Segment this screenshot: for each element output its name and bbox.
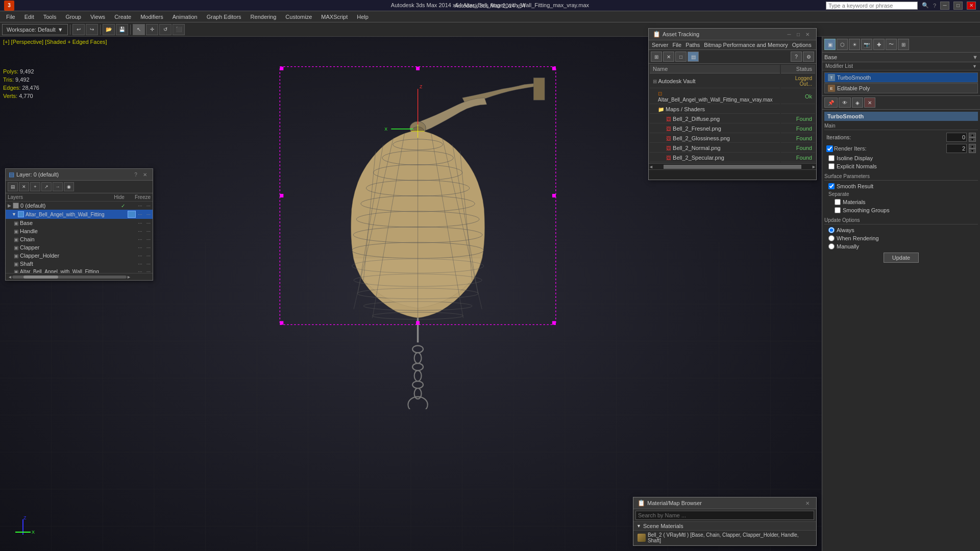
smoothing-groups-checkbox[interactable]: [835, 207, 841, 213]
asset-scroll-left-icon[interactable]: ◄: [649, 164, 653, 169]
layer-delete-button[interactable]: ✕: [19, 182, 29, 191]
remove-modifier-button[interactable]: ✕: [864, 97, 875, 108]
layer-item-chain[interactable]: ▣ Chain ··· ···: [12, 235, 153, 243]
rotate-button[interactable]: ↺: [159, 24, 172, 35]
layer-hscroll-track[interactable]: [12, 276, 127, 279]
workspace-dropdown[interactable]: Workspace: Default ▼: [2, 24, 68, 35]
layer-item-clapper-holder[interactable]: ▣ Clapper_Holder ··· ···: [12, 252, 153, 260]
iterations-up-button[interactable]: ▲: [969, 133, 976, 137]
asset-close-button[interactable]: ✕: [803, 30, 812, 38]
menu-tools[interactable]: Tools: [39, 13, 61, 21]
material-search-input[interactable]: [635, 511, 814, 520]
layer-move-button[interactable]: →: [53, 182, 63, 191]
open-button[interactable]: 📂: [103, 24, 115, 35]
asset-btn-3[interactable]: □: [675, 52, 687, 62]
make-unique-button[interactable]: ◈: [852, 97, 863, 108]
asset-row-diffuse[interactable]: 🖼 Bell_2_Diffuse.png Found: [650, 115, 815, 123]
layer-help-button[interactable]: ?: [131, 170, 140, 179]
menu-rendering[interactable]: Rendering: [247, 13, 281, 21]
smooth-result-checkbox[interactable]: [828, 183, 835, 189]
asset-btn-4[interactable]: ▤: [688, 52, 699, 62]
asset-help-btn[interactable]: ?: [791, 52, 802, 62]
material-close-button[interactable]: ✕: [803, 499, 812, 507]
iterations-input[interactable]: [946, 133, 967, 142]
menu-modifiers[interactable]: Modifiers: [136, 13, 167, 21]
select-button[interactable]: ↖: [133, 24, 145, 35]
modifier-list-dropdown-arrow[interactable]: ▼: [972, 64, 977, 69]
create-shapes-icon[interactable]: ⬡: [837, 39, 848, 50]
menu-maxscript[interactable]: MAXScript: [317, 13, 352, 21]
render-iters-up-button[interactable]: ▲: [969, 144, 976, 148]
undo-button[interactable]: ↩: [72, 24, 85, 35]
layer-new-button[interactable]: ▤: [8, 182, 18, 191]
when-rendering-radio[interactable]: [828, 235, 835, 241]
asset-btn-2[interactable]: ✕: [663, 52, 674, 62]
modifier-editable-poly[interactable]: E Editable Poly: [824, 83, 978, 93]
create-helpers-icon[interactable]: ✚: [873, 39, 885, 50]
asset-menu-file[interactable]: File: [672, 42, 681, 48]
asset-row-fresnel[interactable]: 🖼 Bell_2_Fresnel.png Found: [650, 124, 815, 133]
show-result-button[interactable]: 👁: [839, 97, 851, 108]
close-button[interactable]: ✕: [967, 2, 976, 10]
layer-current-button[interactable]: ◉: [64, 182, 74, 191]
asset-scroll-right-icon[interactable]: ►: [812, 164, 816, 169]
asset-menu-server[interactable]: Server: [652, 42, 668, 48]
layer-item-base[interactable]: ▣ Base ··· ···: [12, 219, 153, 227]
asset-row-maxfile[interactable]: ⊡ Altar_Bell_Angel_with_Wall_Fitting_max…: [650, 89, 815, 104]
menu-animation[interactable]: Animation: [168, 13, 202, 21]
help-icon[interactable]: ?: [933, 3, 936, 9]
move-button[interactable]: ✛: [146, 24, 158, 35]
iterations-down-button[interactable]: ▼: [969, 137, 976, 142]
material-item-bell2[interactable]: Bell_2 ( VRayMtl ) [Base, Chain, Clapper…: [633, 531, 816, 545]
minimize-button[interactable]: ─: [940, 2, 949, 10]
menu-create[interactable]: Create: [110, 13, 135, 21]
scale-button[interactable]: ⬛: [173, 24, 185, 35]
redo-button[interactable]: ↪: [86, 24, 98, 35]
create-spacewarps-icon[interactable]: 〜: [886, 39, 897, 50]
layer-item-handle[interactable]: ▣ Handle ··· ···: [12, 227, 153, 235]
layer-add-selection-button[interactable]: +: [30, 182, 40, 191]
asset-row-vault[interactable]: ⊞ Autodesk Vault Logged Out...: [650, 74, 815, 88]
manually-radio[interactable]: [828, 243, 835, 249]
base-dropdown-arrow[interactable]: ▼: [972, 54, 978, 60]
isoline-display-checkbox[interactable]: [828, 155, 835, 161]
layer-close-button[interactable]: ✕: [140, 170, 150, 179]
modifier-turbosmooth[interactable]: T TurboSmooth: [824, 72, 978, 83]
layer-item-shaft[interactable]: ▣ Shaft ··· ···: [12, 260, 153, 268]
search-icon[interactable]: 🔍: [922, 2, 929, 9]
scene-materials-header[interactable]: ▼ Scene Materials: [633, 522, 816, 531]
menu-group[interactable]: Group: [61, 13, 85, 21]
layer-hscroll-thumb[interactable]: [23, 276, 58, 279]
layer-item-clapper[interactable]: ▣ Clapper ··· ···: [12, 243, 153, 252]
search-input[interactable]: [826, 2, 918, 10]
asset-row-normal[interactable]: 🖼 Bell_2_Normal.png Found: [650, 144, 815, 153]
layer-item-altar[interactable]: ▼ Altar_Bell_Angel_with_Wall_Fitting ···…: [6, 210, 153, 219]
scroll-right-icon[interactable]: ►: [127, 274, 131, 280]
asset-scrollbar[interactable]: ◄ ►: [649, 163, 816, 169]
render-iters-input[interactable]: [946, 144, 967, 153]
asset-restore-button[interactable]: □: [794, 30, 803, 38]
menu-file[interactable]: File: [2, 13, 19, 21]
asset-settings-btn[interactable]: ⚙: [803, 52, 814, 62]
asset-menu-bitmap-perf[interactable]: Bitmap Performance and Memory: [704, 42, 788, 48]
asset-menu-options[interactable]: Options: [792, 42, 812, 48]
layer-panel-scrollbar[interactable]: ◄ ►: [6, 273, 153, 280]
restore-button[interactable]: □: [953, 2, 963, 10]
asset-menu-paths[interactable]: Paths: [685, 42, 700, 48]
layer-select-button[interactable]: ↗: [41, 182, 52, 191]
scroll-left-icon[interactable]: ◄: [8, 274, 12, 280]
asset-row-specular[interactable]: 🖼 Bell_2_Specular.png Found: [650, 154, 815, 162]
create-geometry-icon[interactable]: ▣: [824, 39, 836, 50]
menu-help[interactable]: Help: [353, 13, 373, 21]
always-radio[interactable]: [828, 227, 835, 233]
materials-checkbox[interactable]: [835, 199, 841, 205]
asset-minimize-button[interactable]: ─: [785, 30, 794, 38]
asset-row-glossiness[interactable]: 🖼 Bell_2_Glossiness.png Found: [650, 134, 815, 143]
menu-views[interactable]: Views: [86, 13, 109, 21]
explicit-normals-checkbox[interactable]: [828, 163, 835, 169]
menu-customize[interactable]: Customize: [281, 13, 316, 21]
layer-item-default[interactable]: ▶ 0 (default) ✓ ··· ···: [6, 202, 153, 210]
save-button[interactable]: 💾: [116, 24, 128, 35]
render-iters-down-button[interactable]: ▼: [969, 148, 976, 153]
update-button[interactable]: Update: [884, 253, 919, 263]
